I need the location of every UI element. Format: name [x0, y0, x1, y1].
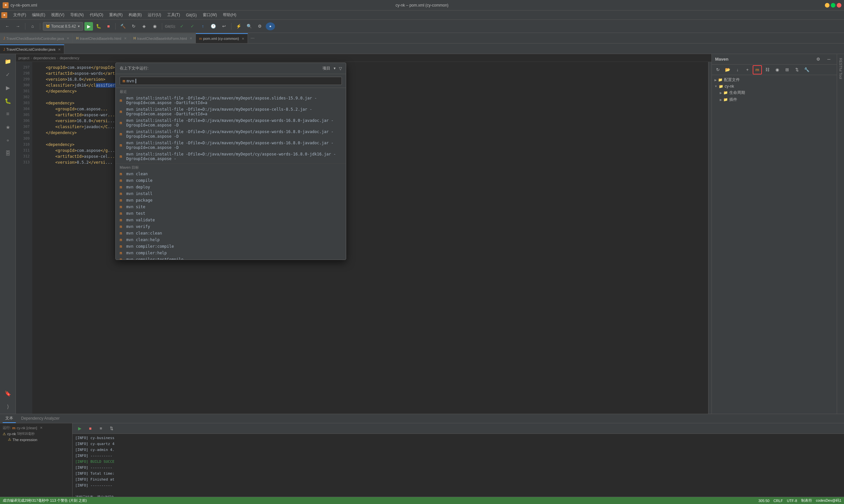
maven-refresh-button[interactable]: ↻: [713, 65, 722, 74]
menu-tools[interactable]: 工具(T): [165, 11, 183, 19]
dialog-maven-5[interactable]: m mvn site: [116, 203, 346, 210]
menu-build[interactable]: 构建(B): [126, 11, 144, 19]
maven-lifecycle-button[interactable]: ◉: [773, 65, 782, 74]
menu-file[interactable]: 文件(F): [11, 11, 29, 19]
git-check-button[interactable]: ✓: [177, 22, 186, 31]
dialog-filter-icon[interactable]: ▽: [339, 66, 342, 71]
maven-run-button[interactable]: m: [753, 65, 762, 74]
maven-download-button[interactable]: ↓: [733, 65, 742, 74]
dialog-maven-9[interactable]: m mvn clean:clean: [116, 230, 346, 236]
git-push-button[interactable]: ↑: [198, 22, 207, 31]
dialog-recent-4[interactable]: m mvn install:install-file -Dfile=D:/jav…: [116, 140, 346, 151]
dialog-maven-10[interactable]: m mvn clean:help: [116, 236, 346, 243]
sidebar-db-icon[interactable]: 🗄: [2, 148, 14, 159]
menu-window[interactable]: 窗口(W): [200, 11, 220, 19]
maven-open-button[interactable]: 📂: [723, 65, 732, 74]
dialog-maven-8[interactable]: m mvn verify: [116, 223, 346, 230]
breadcrumb-project[interactable]: project: [18, 56, 29, 60]
tab-html-1[interactable]: H travelCheckBaseInfo.html ✕: [73, 33, 130, 43]
sidebar-debug-icon[interactable]: 🐛: [2, 95, 14, 107]
run-filter-btn[interactable]: ≡: [96, 424, 105, 433]
menu-view[interactable]: 视图(V): [49, 11, 67, 19]
menu-git[interactable]: Git(G): [183, 12, 200, 19]
sidebar-project-icon[interactable]: 📁: [2, 55, 14, 67]
toolbar-home-button[interactable]: ⌂: [28, 22, 37, 31]
toolbar-translate-button[interactable]: ⚡: [234, 22, 243, 31]
second-tab-close-0[interactable]: ✕: [58, 48, 61, 51]
maven-settings-button[interactable]: ⚙: [814, 55, 823, 64]
run-tree-cynk[interactable]: ⚠ cy-nk 5秒916毫秒: [1, 431, 71, 437]
right-sidebar-restful[interactable]: RESTful Tool: [838, 55, 843, 82]
dialog-maven-3[interactable]: m mvn install: [116, 191, 346, 197]
menu-help[interactable]: 帮助(H): [220, 11, 239, 19]
menu-run[interactable]: 运行(U): [145, 11, 164, 19]
dialog-maven-1[interactable]: m mvn compile: [116, 177, 346, 184]
dialog-filter-arrow[interactable]: ▼: [333, 67, 336, 70]
git-history-button[interactable]: 🕐: [209, 22, 218, 31]
dialog-maven-0[interactable]: m mvn clean: [116, 170, 346, 177]
run-play-btn[interactable]: ▶: [75, 424, 84, 433]
toolbar-settings-button[interactable]: ⚙: [255, 22, 264, 31]
maven-minimize-button[interactable]: ─: [824, 55, 833, 64]
dialog-recent-1[interactable]: m mvn install:install-file -Dfile=D:/jav…: [116, 106, 346, 117]
run-sort-btn[interactable]: ⇅: [107, 424, 116, 433]
dialog-recent-3[interactable]: m mvn install:install-file -Dfile=D:/jav…: [116, 128, 346, 140]
status-charset[interactable]: UTF-8: [787, 499, 797, 503]
run-tree-expression[interactable]: ⚠ The expression: [6, 437, 71, 443]
menu-refactor[interactable]: 重构(R): [106, 11, 125, 19]
dialog-maven-2[interactable]: m mvn deploy: [116, 184, 346, 191]
bottom-tab-analyzer[interactable]: Dependency Analyzer: [18, 415, 62, 422]
run-stop-btn[interactable]: ■: [86, 424, 95, 433]
toolbar-avatar-button[interactable]: ★: [266, 22, 275, 30]
sidebar-run-icon[interactable]: ▶: [2, 82, 14, 93]
maven-tree-plugins[interactable]: ▶ 📁 插件: [718, 96, 836, 103]
dialog-recent-5[interactable]: m mvn install:install-file -Dfile=D:/jav…: [116, 151, 346, 162]
maximize-button[interactable]: [831, 3, 836, 7]
status-indent[interactable]: 制表符: [801, 498, 812, 503]
tab-list-controller[interactable]: J TravelCheckListController.java ✕: [0, 44, 64, 54]
dialog-recent-2[interactable]: m mvn install:install-file -Dfile=D:/jav…: [116, 117, 346, 128]
breadcrumb-dependency[interactable]: dependency: [60, 56, 80, 60]
sidebar-bookmarks-icon[interactable]: 🔖: [2, 388, 14, 399]
sidebar-search-icon[interactable]: ⚬: [2, 134, 14, 146]
toolbar-search-button[interactable]: 🔍: [245, 22, 254, 31]
dialog-maven-13[interactable]: m mvn compiler:testCompile: [116, 256, 346, 259]
tab-close-1[interactable]: ✕: [124, 37, 126, 40]
toolbar-back-button[interactable]: ←: [3, 22, 12, 31]
git-check2-button[interactable]: ✓: [188, 22, 197, 31]
maven-tree-config[interactable]: ▶ 📁 配置文件: [713, 76, 836, 83]
maven-wrench-button[interactable]: 🔧: [802, 65, 811, 74]
tab-pom-xml[interactable]: m pom.xml (cy-common) ✕: [196, 33, 248, 43]
close-button[interactable]: [837, 3, 841, 7]
dialog-maven-6[interactable]: m mvn test: [116, 210, 346, 217]
menu-edit[interactable]: 编辑(E): [29, 11, 48, 19]
tab-html-2[interactable]: H travelCheckBaseInfoForm.html ✕: [130, 33, 196, 43]
toolbar-forward-button[interactable]: →: [13, 22, 22, 31]
run-config-selector[interactable]: 🐱 Tomcat 8.5.42 ▼: [43, 22, 83, 31]
status-position[interactable]: 305:50: [758, 499, 770, 503]
dialog-maven-12[interactable]: m mvn compiler:help: [116, 250, 346, 256]
maven-link-button[interactable]: ⛓: [762, 65, 772, 74]
maven-tree-lifecycle[interactable]: ▶ 📁 生命周期: [718, 89, 836, 96]
minimize-button[interactable]: [825, 3, 829, 7]
sidebar-favorites-icon[interactable]: ★: [2, 121, 14, 133]
toolbar-build-button[interactable]: 🔨: [118, 22, 127, 31]
maven-add-button[interactable]: +: [743, 65, 752, 74]
maven-align-button[interactable]: ⊞: [782, 65, 792, 74]
editor-scrollbar[interactable]: [708, 62, 711, 414]
run-config-close[interactable]: ✕: [40, 426, 42, 430]
run-stop-button[interactable]: ■: [104, 22, 113, 31]
bottom-tab-text[interactable]: 文本: [3, 414, 16, 423]
dialog-maven-4[interactable]: m mvn package: [116, 197, 346, 203]
tab-close-0[interactable]: ✕: [67, 37, 69, 40]
tab-close-2[interactable]: ✕: [190, 37, 192, 40]
sidebar-structure-icon[interactable]: ≡: [2, 108, 14, 120]
sidebar-expand-icon[interactable]: ⟩: [2, 400, 14, 412]
menu-navigate[interactable]: 导航(N): [68, 11, 86, 19]
dialog-maven-7[interactable]: m mvn validate: [116, 217, 346, 223]
dialog-input-field[interactable]: m mvn: [120, 77, 342, 85]
toolbar-profile-button[interactable]: ◉: [150, 22, 159, 31]
toolbar-coverage-button[interactable]: ◈: [139, 22, 149, 31]
tab-close-3[interactable]: ✕: [242, 37, 244, 40]
breadcrumb-dependencies[interactable]: dependencies: [33, 56, 56, 60]
